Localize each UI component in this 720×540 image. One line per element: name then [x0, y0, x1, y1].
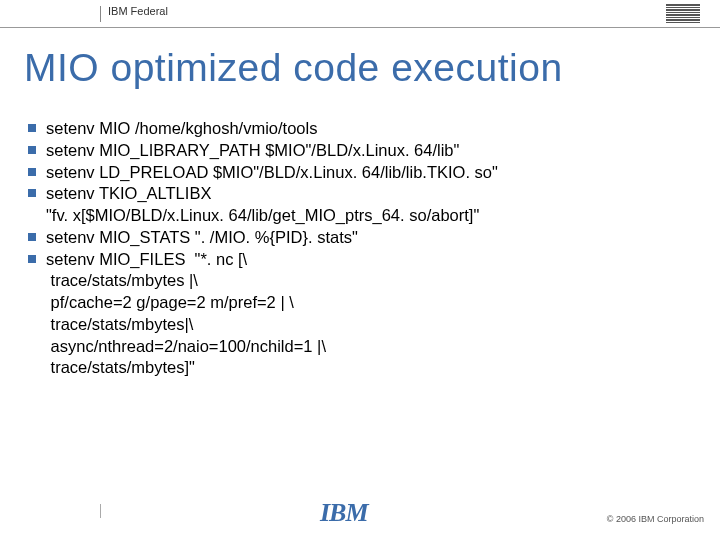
bullet-text: setenv MIO /home/kghosh/vmio/tools	[46, 118, 317, 140]
header-label: IBM Federal	[108, 5, 168, 17]
bullet-text: setenv MIO_LIBRARY_PATH $MIO"/BLD/x.Linu…	[46, 140, 459, 162]
page-title: MIO optimized code execution	[24, 46, 720, 90]
ibm-wordmark: IBM	[320, 498, 368, 528]
list-item: setenv MIO_LIBRARY_PATH $MIO"/BLD/x.Linu…	[28, 140, 678, 162]
ibm-logo-icon	[666, 4, 700, 23]
list-item: setenv LD_PRELOAD $MIO"/BLD/x.Linux. 64/…	[28, 162, 678, 184]
list-item: setenv MIO /home/kghosh/vmio/tools	[28, 118, 678, 140]
list-item: setenv MIO_STATS ". /MIO. %{PID}. stats"	[28, 227, 678, 249]
slide-footer: IBM © 2006 IBM Corporation	[0, 500, 720, 530]
bullet-icon	[28, 146, 36, 154]
bullet-icon	[28, 255, 36, 263]
footer-tick-mark	[100, 504, 101, 518]
bullet-text: setenv TKIO_ALTLIBX "fv. x[$MIO/BLD/x.Li…	[46, 183, 479, 227]
bullet-icon	[28, 189, 36, 197]
bullet-text: setenv MIO_FILES "*. nc [\ trace/stats/m…	[46, 249, 326, 380]
bullet-text: setenv MIO_STATS ". /MIO. %{PID}. stats"	[46, 227, 358, 249]
bullet-icon	[28, 168, 36, 176]
list-item: setenv MIO_FILES "*. nc [\ trace/stats/m…	[28, 249, 678, 380]
list-item: setenv TKIO_ALTLIBX "fv. x[$MIO/BLD/x.Li…	[28, 183, 678, 227]
bullet-text: setenv LD_PRELOAD $MIO"/BLD/x.Linux. 64/…	[46, 162, 498, 184]
header-tick-mark	[100, 6, 101, 22]
slide-header: IBM Federal	[0, 0, 720, 28]
bullet-icon	[28, 233, 36, 241]
bullet-icon	[28, 124, 36, 132]
copyright-text: © 2006 IBM Corporation	[607, 514, 704, 524]
bullet-list: setenv MIO /home/kghosh/vmio/tools seten…	[28, 118, 678, 379]
